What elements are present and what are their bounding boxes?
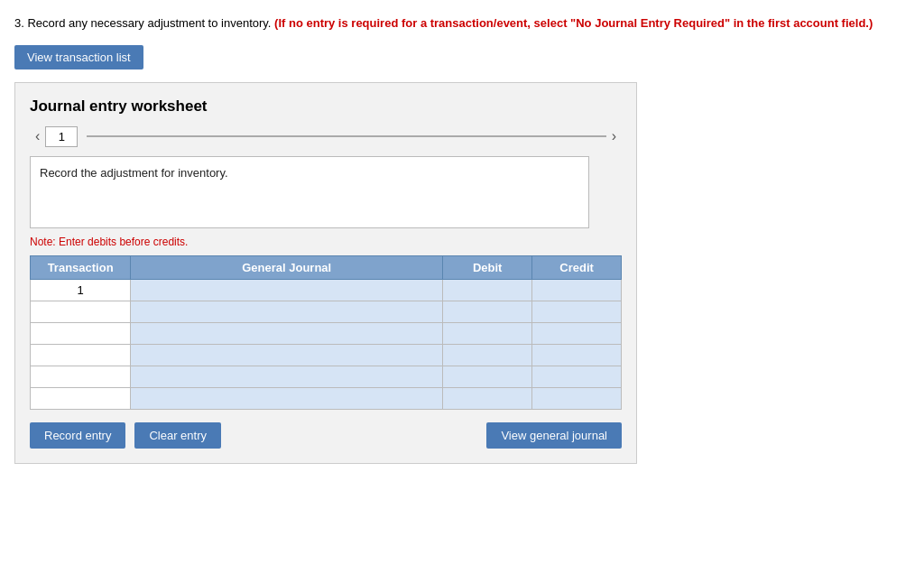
page-number-input[interactable] [45, 126, 78, 147]
journal-input[interactable] [131, 388, 442, 409]
debit-input[interactable] [443, 280, 531, 301]
record-entry-button[interactable]: Record entry [30, 422, 125, 449]
debit-input[interactable] [443, 323, 531, 344]
journal-input[interactable] [131, 323, 442, 344]
credit-cell[interactable] [532, 344, 622, 366]
credit-input[interactable] [532, 345, 621, 366]
journal-cell[interactable] [131, 279, 443, 301]
col-header-general-journal: General Journal [131, 255, 443, 279]
credit-cell[interactable] [532, 322, 622, 344]
journal-table: Transaction General Journal Debit Credit… [30, 255, 622, 410]
credit-input[interactable] [532, 323, 621, 344]
worksheet-nav: ‹ › [30, 126, 622, 147]
journal-cell[interactable] [131, 322, 443, 344]
action-buttons-row: Record entry Clear entry View general jo… [30, 422, 622, 449]
clear-entry-button[interactable]: Clear entry [134, 422, 221, 449]
view-transaction-list-button[interactable]: View transaction list [14, 45, 143, 69]
table-row [31, 366, 622, 387]
credit-cell[interactable] [532, 301, 622, 322]
credit-cell[interactable] [532, 366, 622, 387]
instruction-highlight: (If no entry is required for a transacti… [274, 16, 873, 30]
worksheet-container: Journal entry worksheet ‹ › Record the a… [14, 82, 637, 464]
debit-cell[interactable] [443, 366, 532, 387]
transaction-cell [31, 301, 131, 322]
journal-input[interactable] [131, 301, 442, 322]
transaction-cell [31, 344, 131, 366]
credit-input[interactable] [532, 388, 621, 409]
transaction-cell: 1 [31, 279, 131, 301]
journal-cell[interactable] [131, 344, 443, 366]
debit-input[interactable] [443, 388, 531, 409]
transaction-cell [31, 387, 131, 409]
instruction-text: 3. Record any necessary adjustment to in… [14, 14, 910, 32]
credit-input[interactable] [532, 301, 621, 322]
journal-cell[interactable] [131, 301, 443, 322]
view-general-journal-button[interactable]: View general journal [486, 422, 622, 449]
debit-input[interactable] [443, 366, 531, 387]
transaction-cell [31, 322, 131, 344]
worksheet-description: Record the adjustment for inventory. [30, 156, 589, 228]
credit-cell[interactable] [532, 279, 622, 301]
debit-cell[interactable] [443, 279, 532, 301]
worksheet-title: Journal entry worksheet [30, 97, 622, 116]
prev-page-button[interactable]: ‹ [30, 126, 45, 146]
transaction-cell [31, 366, 131, 387]
col-header-debit: Debit [443, 255, 532, 279]
credit-cell[interactable] [532, 387, 622, 409]
table-row [31, 344, 622, 366]
debit-cell[interactable] [443, 387, 532, 409]
table-row [31, 322, 622, 344]
table-row [31, 301, 622, 322]
next-page-button[interactable]: › [606, 126, 622, 146]
col-header-credit: Credit [532, 255, 622, 279]
credit-input[interactable] [532, 366, 621, 387]
note-text: Note: Enter debits before credits. [30, 236, 622, 248]
debit-cell[interactable] [443, 322, 532, 344]
debit-cell[interactable] [443, 301, 532, 322]
debit-input[interactable] [443, 345, 531, 366]
nav-tab-line [87, 135, 605, 137]
instruction-number: 3. [14, 16, 24, 30]
debit-input[interactable] [443, 301, 531, 322]
table-row [31, 387, 622, 409]
debit-cell[interactable] [443, 344, 532, 366]
journal-input[interactable] [131, 366, 442, 387]
journal-input[interactable] [131, 280, 442, 301]
journal-cell[interactable] [131, 366, 443, 387]
journal-input[interactable] [131, 345, 442, 366]
credit-input[interactable] [532, 280, 621, 301]
table-row: 1 [31, 279, 622, 301]
instruction-body: Record any necessary adjustment to inven… [27, 16, 274, 30]
col-header-transaction: Transaction [31, 255, 131, 279]
journal-cell[interactable] [131, 387, 443, 409]
